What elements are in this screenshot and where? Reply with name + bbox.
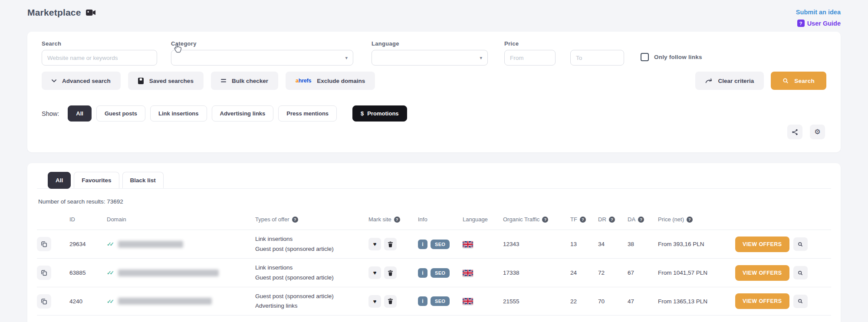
- blurred-domain[interactable]: [118, 298, 212, 305]
- only-follow-links-label: Only follow links: [654, 54, 702, 60]
- uk-flag-icon: [463, 269, 503, 276]
- gear-icon: ⚙: [814, 128, 820, 135]
- view-offers-button[interactable]: VIEW OFFERS: [735, 237, 789, 252]
- advanced-search-button[interactable]: Advanced search: [42, 72, 121, 90]
- preview-button[interactable]: [793, 266, 808, 279]
- price-to-input[interactable]: [570, 50, 624, 66]
- preview-button[interactable]: [793, 295, 808, 308]
- copy-domain-button[interactable]: [37, 266, 51, 280]
- price-to-spacer: [570, 40, 624, 47]
- price-label: Price: [504, 40, 556, 47]
- verified-check-icon: ✓✓: [107, 298, 115, 305]
- copy-domain-button[interactable]: [37, 237, 51, 251]
- view-offers-button[interactable]: VIEW OFFERS: [735, 293, 789, 309]
- blacklist-button[interactable]: [384, 238, 397, 250]
- help-icon[interactable]: ?: [609, 217, 615, 223]
- info-badge[interactable]: i: [418, 240, 427, 249]
- blurred-domain[interactable]: [118, 269, 219, 276]
- tab-black-list[interactable]: Black list: [122, 172, 164, 188]
- search-input[interactable]: [42, 50, 157, 66]
- preview-button[interactable]: [793, 237, 808, 251]
- blurred-domain[interactable]: [118, 241, 183, 248]
- share-icon: [792, 129, 798, 135]
- seo-badge[interactable]: SEO: [431, 240, 450, 249]
- search-icon: [798, 270, 803, 276]
- info-badge[interactable]: i: [418, 268, 427, 278]
- help-icon[interactable]: ?: [687, 217, 693, 223]
- cell-tf: 13: [570, 241, 598, 247]
- redo-arrow-icon: [705, 78, 713, 84]
- help-icon[interactable]: ?: [394, 217, 400, 223]
- info-badge[interactable]: i: [418, 296, 427, 306]
- show-pill-link-insertions[interactable]: Link insertions: [150, 105, 207, 122]
- favourite-button[interactable]: ♥: [368, 266, 381, 279]
- chevron-down-icon: [52, 79, 56, 82]
- results-table-body: 29634 ✓✓ Link insertions Guest post (spo…: [37, 230, 831, 315]
- show-pill-guest-posts[interactable]: Guest posts: [96, 105, 145, 122]
- seo-badge[interactable]: SEO: [431, 296, 450, 306]
- show-pill-all[interactable]: All: [68, 105, 92, 122]
- share-button[interactable]: [787, 125, 802, 139]
- blacklist-button[interactable]: [384, 266, 397, 279]
- ahrefs-logo: ahrefs: [296, 78, 311, 84]
- show-label: Show:: [42, 110, 59, 117]
- clear-criteria-button[interactable]: Clear criteria: [695, 72, 764, 90]
- cell-price: From 1041,57 PLN: [658, 269, 735, 276]
- help-icon[interactable]: ?: [580, 217, 586, 223]
- col-types: Types of offer?: [255, 216, 368, 223]
- cell-dr: 34: [598, 241, 628, 247]
- heart-icon: ♥: [373, 270, 377, 276]
- col-domain: Domain: [107, 216, 255, 223]
- saved-searches-button[interactable]: Saved searches: [128, 72, 204, 90]
- cell-offer-types: Guest post (sponsored article) Advertisi…: [255, 292, 368, 311]
- blacklist-button[interactable]: [384, 295, 397, 308]
- trash-icon: [388, 241, 393, 247]
- help-icon[interactable]: ?: [292, 217, 298, 223]
- settings-button[interactable]: ⚙: [810, 125, 825, 139]
- marketplace-page: Marketplace Submit an idea ? User Guide …: [0, 0, 868, 322]
- show-pill-press-mentions[interactable]: Press mentions: [278, 105, 337, 122]
- cell-info: i SEO: [418, 296, 463, 306]
- exclude-domains-button[interactable]: ahrefs Exclude domains: [286, 72, 375, 90]
- help-icon[interactable]: ?: [638, 217, 644, 223]
- verified-check-icon: ✓✓: [107, 241, 115, 247]
- col-tf: TF?: [570, 216, 598, 223]
- topbar: Marketplace Submit an idea ? User Guide: [27, 0, 841, 32]
- cell-offer-types: Link insertions Guest post (sponsored ar…: [255, 263, 368, 283]
- tab-favourites[interactable]: Favourites: [74, 172, 119, 188]
- copy-icon: [41, 298, 47, 305]
- cell-price: From 393,16 PLN: [658, 241, 735, 247]
- cell-domain: ✓✓: [107, 269, 255, 276]
- cell-tf: 22: [570, 298, 598, 305]
- bulk-checker-button[interactable]: Bulk checker: [211, 72, 278, 90]
- results-tabs: All Favourites Black list: [37, 172, 831, 189]
- help-icon[interactable]: ?: [542, 217, 548, 223]
- results-count: Number of search results: 73692: [37, 198, 831, 205]
- language-select[interactable]: ▾: [372, 50, 488, 66]
- favourite-button[interactable]: ♥: [368, 295, 381, 308]
- dollar-icon: $: [361, 110, 364, 117]
- submit-idea-link[interactable]: Submit an idea: [796, 9, 841, 16]
- price-from-input[interactable]: [504, 50, 556, 66]
- favourite-button[interactable]: ♥: [368, 238, 381, 250]
- view-offers-button[interactable]: VIEW OFFERS: [735, 265, 789, 281]
- cell-domain: ✓✓: [107, 241, 255, 248]
- results-panel: All Favourites Black list Number of sear…: [27, 163, 841, 322]
- search-icon: [798, 242, 803, 247]
- user-guide-label: User Guide: [807, 20, 841, 27]
- copy-domain-button[interactable]: [37, 294, 51, 309]
- category-select[interactable]: ▾: [171, 50, 353, 66]
- cell-da: 38: [628, 241, 658, 247]
- col-info: Info: [418, 216, 463, 223]
- video-tutorial-icon[interactable]: [86, 9, 96, 16]
- cell-info: i SEO: [418, 240, 463, 249]
- show-pill-promotions[interactable]: $ Promotions: [352, 105, 407, 122]
- seo-badge[interactable]: SEO: [431, 268, 450, 278]
- table-row: 4240 ✓✓ Guest post (sponsored article) A…: [37, 287, 831, 315]
- tab-all[interactable]: All: [48, 172, 71, 189]
- user-guide-link[interactable]: ? User Guide: [797, 20, 841, 27]
- only-follow-links-checkbox[interactable]: Only follow links: [641, 53, 702, 61]
- checkbox-icon: [641, 53, 649, 61]
- search-button[interactable]: Search: [771, 72, 826, 90]
- show-pill-advertising-links[interactable]: Advertising links: [212, 105, 274, 122]
